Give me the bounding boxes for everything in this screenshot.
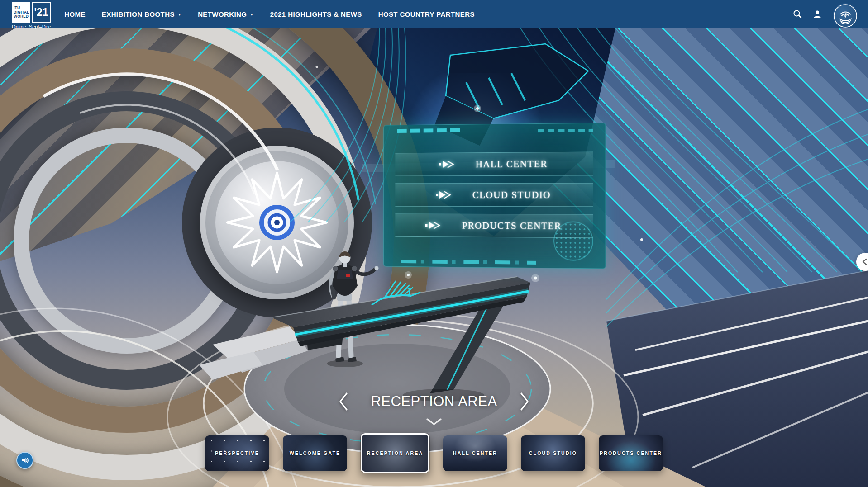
- search-icon: [793, 9, 802, 19]
- holo-menu-label: CLOUD STUDIO: [472, 189, 551, 200]
- virtual-venue-app: HALL CENTER CLOUD STUDIO PRODUCTS CENTER: [0, 0, 868, 487]
- chevron-down-icon: ▼: [250, 13, 253, 17]
- thumbnail-label: PRODUCTS CENTER: [600, 450, 662, 456]
- nav-item-label: HOST COUNTRY PARTNERS: [378, 10, 475, 18]
- logo-line: WORLD: [14, 14, 30, 19]
- thumbnail-label: PERSPECTIVE: [215, 450, 259, 456]
- chevron-down-icon: [426, 418, 442, 426]
- circuit-decoration: [397, 128, 463, 133]
- logo-year-badge: '21: [32, 2, 51, 23]
- holo-menu-label: HALL CENTER: [476, 158, 548, 170]
- nav-item-exhibition-booths[interactable]: EXHIBITION BOOTHS ▼: [102, 10, 181, 18]
- audio-toggle-button[interactable]: [16, 452, 33, 469]
- previous-area-button[interactable]: [336, 390, 351, 413]
- nav-item-label: 2021 HIGHLIGHTS & NEWS: [270, 10, 362, 18]
- chevron-left-icon: [338, 392, 349, 411]
- next-area-button[interactable]: [517, 390, 532, 413]
- nav-item-2021-highlights-news[interactable]: 2021 HIGHLIGHTS & NEWS: [270, 10, 362, 18]
- wireframe-globe-decoration: [553, 221, 593, 261]
- thumbnail-label: RECEPTION AREA: [367, 450, 423, 456]
- thumbnail-welcome-gate[interactable]: WELCOME GATE: [283, 435, 347, 471]
- holo-menu-item-hall-center[interactable]: HALL CENTER: [395, 152, 593, 176]
- nav-item-networking[interactable]: NETWORKING ▼: [198, 10, 254, 18]
- user-icon: [813, 9, 822, 19]
- emblem-icon: [833, 4, 858, 28]
- main-menu: HOME EXHIBITION BOOTHS ▼ NETWORKING ▼ 20…: [64, 10, 475, 18]
- thumbnail-products-center[interactable]: PRODUCTS CENTER: [599, 435, 663, 471]
- search-button[interactable]: [793, 9, 802, 19]
- nav-item-home[interactable]: HOME: [64, 10, 86, 18]
- volume-icon: [21, 456, 29, 464]
- hologram-menu-panel: HALL CENTER CLOUD STUDIO PRODUCTS CENTER: [383, 123, 606, 269]
- chevron-down-icon: ▼: [178, 13, 181, 17]
- logo-wordmark: ITU DIGITAL WORLD: [12, 2, 30, 23]
- top-navbar: ITU DIGITAL WORLD '21 Online, Sept–Dec H…: [0, 0, 868, 28]
- collapse-area-list-button[interactable]: [426, 418, 442, 427]
- circuit-decoration: [538, 129, 593, 132]
- thumbnail-label: HALL CENTER: [453, 450, 497, 456]
- itu-digital-world-logo[interactable]: ITU DIGITAL WORLD '21 Online, Sept–Dec: [12, 2, 51, 29]
- starburst-emblem: [223, 168, 331, 277]
- chevron-left-icon: [860, 257, 868, 267]
- double-arrow-icon: [439, 159, 455, 169]
- chevron-right-icon: [519, 392, 530, 411]
- area-thumbnail-carousel: PERSPECTIVE WELCOME GATE RECEPTION AREA …: [205, 433, 663, 473]
- thumbnail-hall-center[interactable]: HALL CENTER: [443, 435, 507, 471]
- thumbnail-reception-area[interactable]: RECEPTION AREA: [361, 433, 429, 473]
- itu-emblem-logo[interactable]: [833, 3, 858, 28]
- thumbnail-label: CLOUD STUDIO: [529, 450, 577, 456]
- double-arrow-icon: [425, 220, 441, 230]
- thumbnail-label: WELCOME GATE: [290, 450, 341, 456]
- circuit-decoration: [401, 260, 536, 265]
- holo-menu-item-cloud-studio[interactable]: CLOUD STUDIO: [395, 183, 593, 207]
- current-area-title: RECEPTION AREA: [371, 393, 497, 410]
- logo-subtitle: Online, Sept–Dec: [12, 24, 51, 29]
- location-navigator: RECEPTION AREA: [0, 390, 868, 413]
- nav-item-label: EXHIBITION BOOTHS: [102, 10, 175, 18]
- double-arrow-icon: [436, 190, 452, 200]
- nav-item-label: HOME: [64, 10, 86, 18]
- nav-item-label: NETWORKING: [198, 10, 247, 18]
- portal-hub-disc: [200, 146, 354, 299]
- holo-menu-label: PRODUCTS CENTER: [462, 220, 562, 232]
- account-button[interactable]: [813, 9, 822, 19]
- thumbnail-cloud-studio[interactable]: CLOUD STUDIO: [521, 435, 585, 471]
- thumbnail-perspective[interactable]: PERSPECTIVE: [205, 435, 269, 471]
- scene-3d-view[interactable]: HALL CENTER CLOUD STUDIO PRODUCTS CENTER: [0, 28, 868, 487]
- navbar-actions: [793, 0, 858, 28]
- nav-item-host-country-partners[interactable]: HOST COUNTRY PARTNERS: [378, 10, 475, 18]
